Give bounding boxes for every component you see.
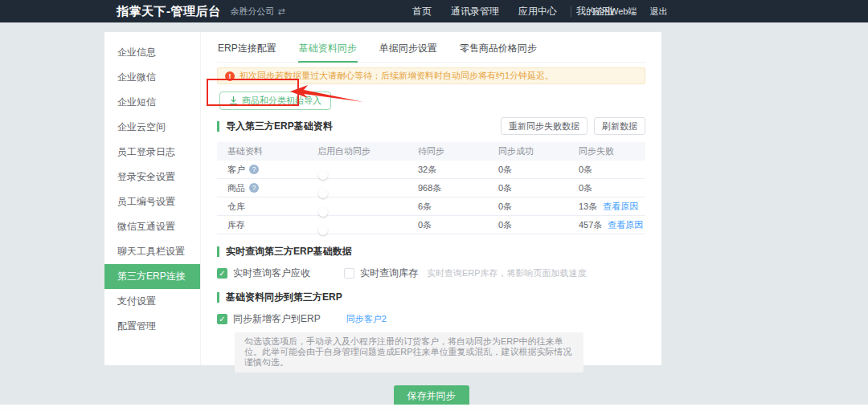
view-reason-link[interactable]: 查看原因 (608, 219, 643, 231)
logout-link[interactable]: 退出 (649, 6, 667, 18)
failed-count: 457条 (579, 219, 602, 231)
content-wrapper: 企业信息 企业微信 企业短信 企业云空间 员工登录日志 登录安全设置 员工编号设… (104, 32, 661, 365)
checkbox-sync-new-customers-label: 同步新增客户到ERP (233, 312, 321, 326)
pending-count: 32条 (407, 164, 488, 176)
app-title: 指掌天下-管理后台 (117, 4, 221, 19)
refresh-data-button[interactable]: 刷新数据 (594, 117, 645, 135)
checkbox-realtime-stock[interactable] (344, 268, 354, 279)
sync-to-erp-section-title: 基础资料同步到第三方ERP (217, 292, 645, 303)
success-count: 0条 (488, 164, 568, 176)
import-section-header: 导入第三方ERP基础资料 重新同步失败数据 刷新数据 (217, 117, 645, 135)
success-count: 0条 (488, 182, 568, 194)
sidebar-item-chat-toolbar[interactable]: 聊天工具栏设置 (104, 239, 200, 264)
tab-basic-data-sync[interactable]: 基础资料同步 (298, 40, 358, 63)
sidebar: 企业信息 企业微信 企业短信 企业云空间 员工登录日志 登录安全设置 员工编号设… (104, 32, 201, 365)
sync-to-erp-checkbox-row: ✓ 同步新增客户到ERP 同步客户2 (217, 312, 645, 326)
checkbox-sync-new-customers[interactable]: ✓ (217, 314, 227, 324)
top-right-nav: 应用Web端 退出 (592, 0, 667, 22)
failed-count: 13条 (579, 201, 597, 213)
sync-warning-note: 勾选该选项后，手动录入及小程序注册的订货客户，将自动同步为ERP中的往来单位。此… (235, 332, 583, 372)
sidebar-item-wechat-interop[interactable]: 微信互通设置 (104, 214, 200, 239)
col-basic-data: 基础资料 (217, 145, 307, 157)
warning-icon: ! (225, 71, 235, 81)
sidebar-item-enterprise-info[interactable]: 企业信息 (104, 40, 200, 65)
bottom-strip (0, 405, 868, 411)
table-row-stock: 库存 0条 0条 457条查看原因 (217, 216, 645, 234)
col-success: 同步成功 (488, 145, 568, 157)
col-auto-sync: 启用自动同步 (307, 145, 407, 157)
row-label: 商品 (227, 182, 245, 194)
table-header-row: 基础资料 启用自动同步 待同步 同步成功 同步失败 (217, 142, 645, 161)
main-panel: ERP连接配置 基础资料同步 单据同步设置 零售商品价格同步 ! 初次同步若数据… (201, 32, 661, 365)
sidebar-item-login-log[interactable]: 员工登录日志 (104, 140, 200, 165)
sidebar-item-cloud-space[interactable]: 企业云空间 (104, 115, 200, 140)
checkbox-realtime-stock-label: 实时查询库存 (360, 267, 418, 280)
col-failed: 同步失败 (568, 145, 645, 157)
table-row-product: 商品? 968条 0条 0条 (217, 179, 645, 197)
sync-table: 基础资料 启用自动同步 待同步 同步成功 同步失败 客户? 32条 0条 0条 … (217, 142, 645, 234)
tab-order-sync-settings[interactable]: 单据同步设置 (379, 40, 438, 62)
row-label: 仓库 (227, 201, 245, 213)
success-count: 0条 (488, 201, 568, 213)
pending-count: 0条 (407, 219, 488, 231)
row-label: 客户 (227, 164, 245, 176)
company-name: 余胜分公司 (231, 6, 275, 18)
sync-customer-link[interactable]: 同步客户2 (346, 313, 387, 325)
failed-count: 0条 (579, 164, 592, 176)
sidebar-item-employee-number[interactable]: 员工编号设置 (104, 189, 200, 214)
tab-bar: ERP连接配置 基础资料同步 单据同步设置 零售商品价格同步 (217, 40, 645, 63)
top-nav: 首页 通讯录管理 应用中心 我的企业 (412, 0, 615, 22)
checkbox-realtime-receivable-label: 实时查询客户应收 (233, 267, 310, 280)
failed-count: 0条 (579, 182, 592, 194)
row-label: 库存 (227, 219, 245, 231)
checkbox-realtime-receivable[interactable]: ✓ (217, 268, 227, 279)
sidebar-item-login-security[interactable]: 登录安全设置 (104, 165, 200, 189)
sidebar-item-payment-settings[interactable]: 支付设置 (104, 289, 200, 314)
help-icon[interactable]: ? (249, 183, 259, 193)
nav-home[interactable]: 首页 (412, 5, 432, 18)
initial-import-label: 商品和分类初始导入 (242, 95, 321, 107)
pending-count: 6条 (407, 201, 488, 213)
success-count: 0条 (488, 219, 568, 231)
pending-count: 968条 (407, 182, 488, 194)
col-pending: 待同步 (407, 145, 488, 157)
nav-divider (571, 6, 571, 17)
table-actions: 重新同步失败数据 刷新数据 (501, 117, 645, 135)
switch-company-icon: ⇄ (278, 6, 285, 17)
tab-retail-price-sync[interactable]: 零售商品价格同步 (459, 40, 538, 62)
page: 指掌天下-管理后台 余胜分公司 ⇄ 首页 通讯录管理 应用中心 我的企业 应用W… (0, 0, 868, 411)
nav-app-center[interactable]: 应用中心 (518, 5, 557, 18)
initial-import-button[interactable]: 商品和分类初始导入 (219, 92, 331, 110)
sidebar-item-third-party-erp[interactable]: 第三方ERP连接 (104, 264, 200, 289)
top-header: 指掌天下-管理后台 余胜分公司 ⇄ 首页 通讯录管理 应用中心 我的企业 应用W… (0, 0, 868, 22)
web-app-link[interactable]: 应用Web端 (592, 6, 637, 18)
sidebar-item-enterprise-wechat[interactable]: 企业微信 (104, 65, 200, 90)
realtime-stock-note: 实时查询ERP库存，将影响页面加载速度 (427, 267, 587, 279)
alert-text: 初次同步若数据量过大请耐心等待；后续新增资料时自动同步将有约1分钟延迟。 (240, 70, 554, 82)
table-row-customer: 客户? 32条 0条 0条 (217, 161, 645, 179)
help-icon[interactable]: ? (249, 165, 259, 174)
import-section-title: 导入第三方ERP基础资料 (217, 121, 333, 132)
retry-failed-sync-button[interactable]: 重新同步失败数据 (501, 117, 588, 135)
realtime-checkbox-row: ✓ 实时查询客户应收 实时查询库存 实时查询ERP库存，将影响页面加载速度 (217, 267, 645, 280)
sync-delay-alert: ! 初次同步若数据量过大请耐心等待；后续新增资料时自动同步将有约1分钟延迟。 (217, 67, 645, 84)
view-reason-link[interactable]: 查看原因 (603, 201, 638, 213)
sidebar-item-enterprise-sms[interactable]: 企业短信 (104, 90, 200, 115)
sidebar-item-config-management[interactable]: 配置管理 (104, 314, 200, 339)
realtime-section-title: 实时查询第三方ERP基础数据 (217, 246, 645, 257)
download-icon (229, 96, 238, 105)
save-and-sync-button[interactable]: 保存并同步 (394, 385, 469, 406)
company-switcher[interactable]: 余胜分公司 ⇄ (231, 6, 285, 18)
nav-contacts[interactable]: 通讯录管理 (451, 5, 499, 18)
tab-erp-connection[interactable]: ERP连接配置 (217, 40, 277, 62)
table-row-warehouse: 仓库 6条 0条 13条查看原因 (217, 197, 645, 216)
